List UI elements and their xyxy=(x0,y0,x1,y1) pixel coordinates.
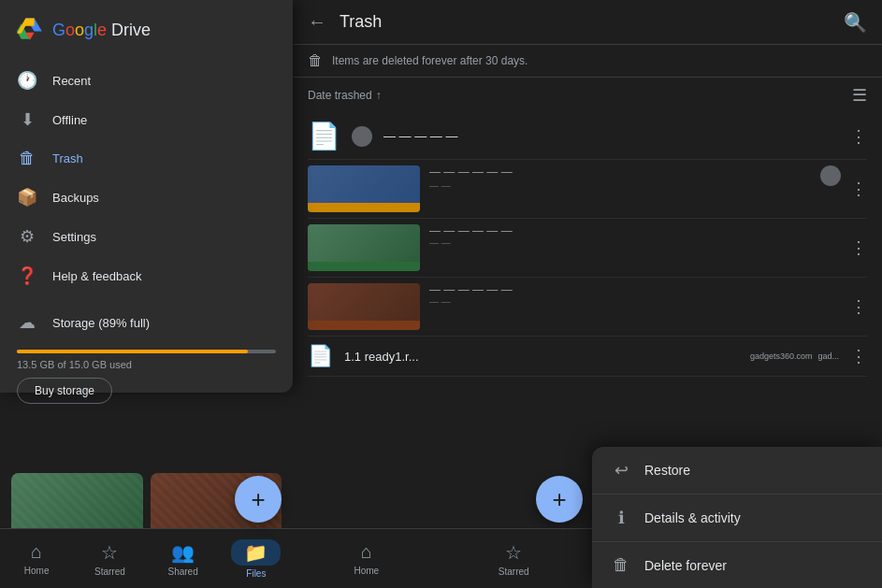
fab-button[interactable]: + xyxy=(235,476,282,523)
nav-label-starred: Starred xyxy=(94,566,125,577)
offline-icon: ⬇ xyxy=(17,109,37,130)
trash-header: ← Trash 🔍 xyxy=(293,0,882,45)
date-trashed-label[interactable]: Date trashed ↑ xyxy=(308,89,382,102)
trash-file-name-ready: 1.1 ready1.r... xyxy=(344,350,739,364)
home-icon: ⌂ xyxy=(31,541,42,563)
trash-info-bar: 🗑 Items are deleted forever after 30 day… xyxy=(293,45,882,78)
trash-menu-icon: 🗑 xyxy=(17,149,37,168)
menu-item-storage: ☁ Storage (89% full) xyxy=(0,303,293,342)
ctx-delete[interactable]: 🗑 Delete forever xyxy=(592,542,882,588)
ctx-label-restore: Restore xyxy=(644,463,690,478)
trash-site-tag: gadgets360.com gad... xyxy=(750,351,839,361)
drive-logo-icon xyxy=(17,15,43,46)
storage-cloud-icon: ☁ xyxy=(17,312,37,333)
list-view-toggle[interactable]: ☰ xyxy=(852,85,867,106)
trash-id-more-1[interactable]: ⋮ xyxy=(850,179,867,199)
menu-item-trash[interactable]: 🗑 Trash xyxy=(0,139,293,178)
app-title: Google Drive xyxy=(52,21,151,40)
trash-id-name-3: — — — — — — xyxy=(429,283,841,296)
ctx-details[interactable]: ℹ Details & activity xyxy=(592,495,882,541)
menu-item-settings[interactable]: ⚙ Settings xyxy=(0,217,293,256)
menu-item-backups[interactable]: 📦 Backups xyxy=(0,178,293,217)
help-icon: ❓ xyxy=(17,265,37,286)
menu-label-settings: Settings xyxy=(52,230,96,244)
trash-id-sub-2: — — xyxy=(429,237,841,248)
bottom-nav: ⌂ Home ☆ Starred 👥 Shared 📁 Files xyxy=(0,528,293,588)
trash-id-thumb-3: gadgets360.com xyxy=(308,283,420,330)
trash-id-more-3[interactable]: ⋮ xyxy=(850,296,867,317)
nav-label-home: Home xyxy=(24,566,50,576)
menu-label-offline: Offline xyxy=(52,113,87,127)
nav-item-shared[interactable]: 👥 Shared xyxy=(147,529,220,588)
menu-label-backups: Backups xyxy=(52,191,99,205)
right-starred-icon: ☆ xyxy=(505,541,522,564)
trash-file-item-1[interactable]: 📄 — — — — — ⋮ xyxy=(308,113,867,160)
trash-file-item-ready[interactable]: 📄 1.1 ready1.r... gadgets360.com gad... … xyxy=(308,337,867,377)
right-nav-label-starred: Starred xyxy=(499,566,529,577)
trash-file-more-ready[interactable]: ⋮ xyxy=(850,346,867,366)
trash-id-sub-1: — — xyxy=(429,180,811,191)
trash-id-info-2: — — — — — — — — xyxy=(429,224,841,271)
ctx-label-delete: Delete forever xyxy=(644,558,727,573)
ctx-label-details: Details & activity xyxy=(644,510,741,525)
dropdown-header: Google Drive xyxy=(0,0,293,53)
menu-label-recent: Recent xyxy=(52,74,91,88)
trash-files-header: Date trashed ↑ ☰ xyxy=(293,78,882,113)
delete-icon: 🗑 xyxy=(611,555,631,575)
trash-file-more-1[interactable]: ⋮ xyxy=(850,126,867,147)
trash-file-avatar-1 xyxy=(352,126,372,147)
backups-icon: 📦 xyxy=(17,187,37,208)
dropdown-menu: Google Drive 🕐 Recent ⬇ Offline 🗑 Trash … xyxy=(0,0,293,393)
details-icon: ℹ xyxy=(611,508,631,528)
storage-used-text: 13.5 GB of 15.0 GB used xyxy=(17,359,276,370)
storage-section: 13.5 GB of 15.0 GB used Buy storage xyxy=(0,342,293,415)
menu-item-recent[interactable]: 🕐 Recent xyxy=(0,61,293,100)
trash-id-name-2: — — — — — — xyxy=(429,224,841,237)
trash-info-text: Items are deleted forever after 30 days. xyxy=(332,54,528,67)
recent-icon: 🕐 xyxy=(17,70,37,91)
trash-id-thumb-2: gadgets360.com xyxy=(308,224,420,271)
settings-icon: ⚙ xyxy=(17,226,37,247)
nav-item-files[interactable]: 📁 Files xyxy=(220,529,293,588)
menu-item-offline[interactable]: ⬇ Offline xyxy=(0,100,293,139)
ctx-restore[interactable]: ↩ Restore xyxy=(592,447,882,494)
trash-id-info-1: — — — — — — — — xyxy=(429,165,811,212)
starred-icon: ☆ xyxy=(101,541,118,564)
menu-label-storage: Storage (89% full) xyxy=(52,316,150,330)
nav-active-bg: 📁 xyxy=(231,539,281,566)
files-icon: 📁 xyxy=(244,542,267,563)
trash-info-icon: 🗑 xyxy=(308,52,323,69)
trash-id-thumb-1: gadgets360.com xyxy=(308,165,420,212)
shared-icon: 👥 xyxy=(171,541,195,564)
trash-file-name-1: — — — — — xyxy=(383,129,839,143)
trash-id-more-2[interactable]: ⋮ xyxy=(850,237,867,258)
trash-file-icon-ready: 📄 xyxy=(308,344,333,368)
nav-item-home[interactable]: ⌂ Home xyxy=(0,529,73,588)
context-menu: ↩ Restore ℹ Details & activity 🗑 Delete … xyxy=(592,447,882,588)
storage-bar-background xyxy=(17,350,276,353)
back-button[interactable]: ← xyxy=(308,11,326,33)
right-nav-home[interactable]: ⌂ Home xyxy=(293,529,441,588)
trash-id-avatar-1 xyxy=(820,165,841,186)
storage-bar-fill xyxy=(17,350,248,353)
right-nav-starred[interactable]: ☆ Starred xyxy=(441,529,588,588)
right-nav-label-home: Home xyxy=(354,566,379,576)
trash-id-row-2[interactable]: gadgets360.com — — — — — — — — ⋮ xyxy=(308,219,867,278)
trash-title: Trash xyxy=(340,12,831,32)
nav-label-shared: Shared xyxy=(168,566,198,577)
menu-item-help[interactable]: ❓ Help & feedback xyxy=(0,256,293,295)
right-home-icon: ⌂ xyxy=(361,541,372,563)
search-icon-button[interactable]: 🔍 xyxy=(844,11,867,34)
nav-item-starred[interactable]: ☆ Starred xyxy=(73,529,146,588)
sort-arrow-icon: ↑ xyxy=(376,89,382,102)
buy-storage-menu-button[interactable]: Buy storage xyxy=(17,378,112,404)
trash-id-name-1: — — — — — — xyxy=(429,165,811,179)
menu-label-trash: Trash xyxy=(52,151,83,165)
trash-fab-button[interactable]: + xyxy=(536,476,583,523)
trash-id-row-3[interactable]: gadgets360.com — — — — — — — — ⋮ xyxy=(308,278,867,337)
nav-label-files: Files xyxy=(246,568,266,579)
trash-file-icon-1: 📄 xyxy=(308,121,340,151)
menu-label-help: Help & feedback xyxy=(52,269,141,283)
restore-icon: ↩ xyxy=(611,460,631,480)
trash-id-row-1[interactable]: gadgets360.com — — — — — — — — ⋮ xyxy=(308,160,867,219)
